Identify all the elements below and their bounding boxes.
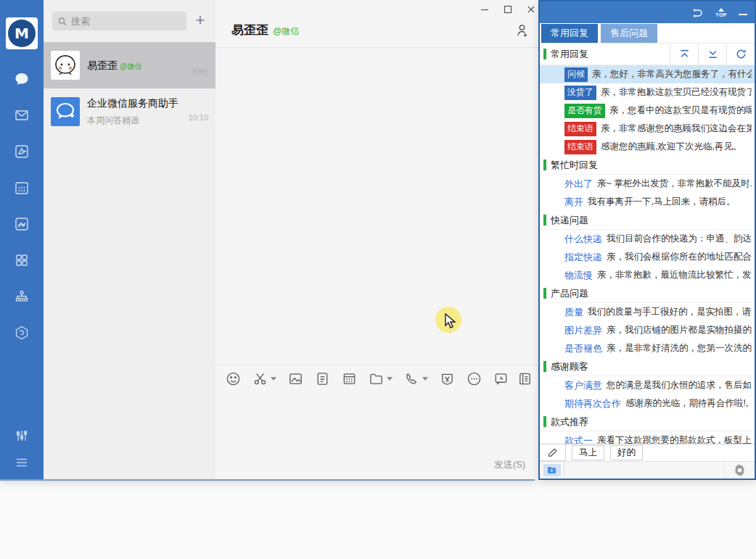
add-member-icon[interactable] (515, 23, 530, 41)
section-marker (543, 160, 546, 170)
phone-icon[interactable] (404, 371, 428, 386)
image-icon[interactable] (288, 371, 303, 386)
reply-tag: 问候 (564, 67, 588, 82)
reply-item[interactable]: 图片差异亲，我们店铺的图片都是实物拍摄的... (540, 321, 755, 339)
chat-name: 易歪歪 (87, 59, 118, 71)
reply-text: 亲，我们会根据你所在的地址匹配合... (607, 251, 752, 263)
menu-icon[interactable] (14, 455, 30, 471)
caret-down-icon[interactable] (422, 377, 428, 381)
org-icon[interactable] (14, 289, 30, 305)
section-header-express[interactable]: 快递问题 (540, 211, 755, 230)
search-box[interactable] (52, 12, 186, 30)
payment-icon[interactable] (440, 371, 455, 386)
reply-item[interactable]: 质量我们的质量与手工很好的，是实拍图，请... (540, 303, 755, 321)
search-icon (58, 17, 67, 26)
reply-text: 亲~ 掌柜外出发货，非常抱歉不能及时... (597, 178, 752, 190)
chat-time: 刚刚 (192, 67, 208, 78)
reply-item[interactable]: 客户满意您的满意是我们永恒的追求，售后如... (540, 376, 755, 394)
reply-item[interactable]: 期待再次合作感谢亲的光临，期待再合作啦!, ... (540, 394, 755, 413)
scroll-bottom-icon[interactable] (698, 44, 726, 65)
reply-item[interactable]: 问候亲，您好，非常高兴为您服务了，有什么... (540, 65, 755, 83)
message-area[interactable] (215, 48, 543, 365)
reply-item[interactable]: 物流慢亲，非常抱歉，最近物流比较繁忙，发... (540, 266, 755, 284)
edit-icon[interactable] (540, 444, 566, 461)
section-header-busy[interactable]: 繁忙时回复 (540, 156, 755, 175)
reply-text: 亲，非常感谢您的惠顾我们这边会在第... (601, 123, 752, 135)
pin-top-button[interactable]: TOP (715, 8, 727, 17)
message-log-icon[interactable] (517, 371, 533, 386)
scroll-top-icon[interactable] (670, 44, 698, 65)
reply-item[interactable]: 指定快递亲，我们会根据你所在的地址匹配合... (540, 248, 755, 266)
reply-item[interactable]: 什么快递我们目前合作的快递为：申通、韵达... (540, 230, 755, 248)
mail-icon[interactable] (14, 107, 30, 123)
apps-icon[interactable] (14, 252, 30, 268)
reply-text: 我们的质量与手工很好的，是实拍图，请... (588, 306, 752, 318)
reply-text: 感谢亲的光临，期待再合作啦!, ... (625, 397, 752, 410)
reply-item[interactable]: 款式一亲看下这款跟您要的那款款式，板型上... (540, 431, 755, 444)
reply-item[interactable]: 结束语感谢您的惠顾,欢迎下次光临,再见。 (540, 138, 755, 156)
reply-tag: 指定快递 (564, 251, 602, 264)
quick-reply-list[interactable]: 常用回复 问候亲，您好，非常高兴为您服务了，有什么... 没货了亲，非常抱歉这款… (540, 44, 755, 444)
section-marker (543, 288, 546, 299)
chat-history-icon[interactable] (493, 371, 509, 386)
quick-phrase-button[interactable]: 好的 (610, 445, 643, 460)
search-input[interactable] (71, 16, 181, 27)
quick-phrase-button[interactable]: 马上 (572, 445, 604, 460)
calendar-grid-icon[interactable] (342, 371, 357, 386)
calendar-icon[interactable] (14, 180, 30, 196)
message-input[interactable] (215, 392, 543, 450)
assistant-titlebar: TOP (540, 1, 755, 23)
emoji-icon[interactable] (226, 371, 241, 386)
section-header-product[interactable]: 产品问题 (540, 284, 755, 303)
docs-icon[interactable] (14, 216, 30, 232)
section-marker (543, 49, 546, 59)
reply-tag: 是否褪色 (564, 342, 602, 355)
screenshot-scissors-icon[interactable] (252, 371, 276, 386)
add-chat-button[interactable]: + (192, 13, 208, 29)
plugin-cube-icon[interactable] (14, 325, 30, 341)
reply-item[interactable]: 没货了亲，非常抱歉这款宝贝已经没有现货了... (540, 83, 755, 102)
logo-mark: M (8, 20, 36, 47)
chat-title-badge: @微信 (273, 26, 299, 36)
reply-item[interactable]: 是否有货亲，您看中的这款宝贝是有现货的呢... (540, 102, 755, 120)
section-title: 款式推荐 (551, 415, 755, 428)
reply-text: 感谢您的惠顾,欢迎下次光临,再见。 (601, 141, 752, 153)
reply-text: 亲，您看中的这款宝贝是有现货的呢... (609, 104, 752, 117)
chat-icon[interactable] (14, 71, 30, 87)
reply-tag: 结束语 (564, 140, 596, 154)
section-header-thanks[interactable]: 感谢顾客 (540, 357, 755, 376)
reply-text: 亲，是非常好清洗的，您第一次洗的... (607, 342, 752, 355)
reply-item[interactable]: 离开我有事离开一下,马上回来，请稍后。 (540, 193, 755, 211)
chat-list-item-service-assistant[interactable]: 企业微信服务商助手 本周问答精选 10:10 (44, 88, 215, 135)
assistant-minimize-button[interactable] (739, 9, 747, 15)
reply-item[interactable]: 外出了亲~ 掌柜外出发货，非常抱歉不能及时... (540, 175, 755, 193)
file-icon[interactable] (315, 371, 330, 386)
settings-gear-icon[interactable] (724, 462, 755, 479)
tab-aftersale-questions[interactable]: 售后问题 (601, 24, 657, 43)
magnet-snap-icon[interactable] (691, 7, 704, 19)
section-header-styles[interactable]: 款式推荐 (540, 413, 755, 431)
chat-list-item-yiwaiwai[interactable]: 易歪歪@微信 刚刚 (44, 42, 215, 88)
reply-tag: 外出了 (564, 178, 593, 191)
send-button[interactable]: 发送(S) (494, 458, 525, 471)
reply-text: 亲看下这款跟您要的那款款式，板型上... (597, 434, 752, 444)
workspace-icon[interactable] (14, 144, 30, 160)
section-marker (543, 416, 546, 427)
tab-common-replies[interactable]: 常用回复 (541, 24, 598, 43)
reply-text: 亲，您好，非常高兴为您服务了，有什么... (592, 68, 752, 80)
caret-down-icon[interactable] (387, 377, 393, 381)
chat-name: 企业微信服务商助手 (87, 97, 178, 109)
more-icon[interactable] (467, 371, 482, 386)
pin-top-triangle-icon (718, 8, 724, 12)
caret-down-icon[interactable] (271, 377, 276, 381)
reply-tag: 是否有货 (564, 104, 605, 118)
reply-item[interactable]: 是否褪色亲，是非常好清洗的，您第一次洗的... (540, 339, 755, 357)
section-header-common[interactable]: 常用回复 (540, 44, 755, 65)
reply-tag: 款式一 (564, 434, 593, 444)
refresh-icon[interactable] (726, 44, 755, 65)
reply-item[interactable]: 结束语亲，非常感谢您的惠顾我们这边会在第... (540, 120, 755, 138)
folder-icon[interactable] (369, 371, 393, 386)
folder-button[interactable] (543, 464, 561, 476)
filter-sliders-icon[interactable] (14, 428, 30, 444)
yiwaiwai-logo[interactable]: M (6, 17, 38, 49)
